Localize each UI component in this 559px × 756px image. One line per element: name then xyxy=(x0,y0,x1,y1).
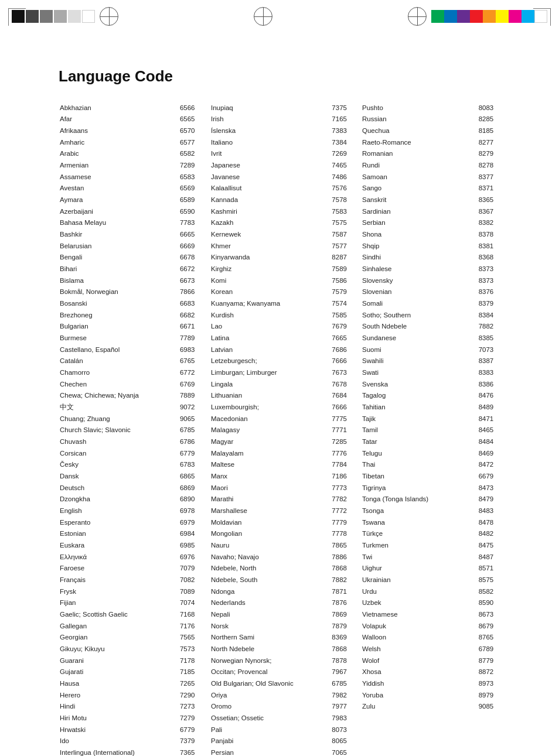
table-row: Kalaallisut7576 xyxy=(210,183,355,194)
lang-code: 7776 xyxy=(330,447,355,459)
lang-code: 7379 xyxy=(179,736,204,747)
table-row: Slovenian8376 xyxy=(361,286,506,298)
table-row: Marathi7782 xyxy=(210,494,355,505)
table-row: Thai8472 xyxy=(361,459,506,471)
table-row: 中文9072 xyxy=(59,401,204,413)
light-gray-bar xyxy=(54,10,67,23)
lang-name: Dansk xyxy=(59,471,179,483)
lang-code: 8073 xyxy=(330,724,355,736)
lang-code: 7365 xyxy=(179,747,204,756)
lang-code: 6673 xyxy=(179,275,204,286)
lang-code: 8367 xyxy=(478,206,506,217)
lang-code: 6978 xyxy=(179,505,204,517)
table-row: Welsh6789 xyxy=(361,644,506,655)
table-row: Slovensky8373 xyxy=(361,275,506,286)
lang-name: 中文 xyxy=(59,401,179,413)
table-row: Malagasy7771 xyxy=(210,425,355,436)
table-row: Malayalam7776 xyxy=(210,447,355,459)
lang-code: 9072 xyxy=(179,401,204,413)
lang-code: 6785 xyxy=(330,678,355,690)
table-row: Kazakh7575 xyxy=(210,217,355,229)
lang-code: 8382 xyxy=(478,217,506,229)
lang-code: 8387 xyxy=(478,355,506,367)
table-row: Limburgan; Limburger7673 xyxy=(210,367,355,378)
lang-code: 8471 xyxy=(478,413,506,425)
lang-name: Tajik xyxy=(361,413,478,425)
table-row: Tonga (Tonga Islands)8479 xyxy=(361,494,506,505)
lang-name: Pali xyxy=(210,724,330,736)
lang-name: Marshallese xyxy=(210,505,330,517)
table-row: Bokmål, Norwegian7866 xyxy=(59,286,204,298)
page-title: Language Code xyxy=(59,67,512,85)
lang-code: 7679 xyxy=(330,321,355,333)
lang-code: 8365 xyxy=(478,194,506,206)
lang-code: 7089 xyxy=(179,586,204,597)
table-row: Deutsch6869 xyxy=(59,482,204,494)
lang-code: 7967 xyxy=(330,666,355,678)
lang-name: Guarani xyxy=(59,655,179,666)
lang-code: 6976 xyxy=(179,551,204,563)
lang-code: 8369 xyxy=(330,632,355,644)
table-row: Brezhoneg6682 xyxy=(59,309,204,321)
lang-name: Romanian xyxy=(361,148,478,160)
table-row: Bulgarian6671 xyxy=(59,321,204,333)
table-row: Irish7165 xyxy=(210,114,355,125)
lang-code: 8473 xyxy=(478,482,506,494)
language-columns: Abkhazian6566Afar6565Afrikaans6570Amhari… xyxy=(59,102,512,756)
lang-name: Turkmen xyxy=(361,540,478,552)
lang-name: Church Slavic; Slavonic xyxy=(59,425,179,436)
lang-name: Xhosa xyxy=(361,666,478,678)
lang-code: 7575 xyxy=(330,217,355,229)
table-row: Sinhalese8373 xyxy=(361,263,506,275)
mid-gray-bar xyxy=(40,10,53,23)
table-row: Panjabi8065 xyxy=(210,736,355,747)
table-row: Gaelic; Scottish Gaelic7168 xyxy=(59,609,204,621)
lang-code: 8378 xyxy=(478,228,506,240)
lang-name: Sundanese xyxy=(361,332,478,344)
lang-code: 6590 xyxy=(179,206,204,217)
lang-name: Ndonga xyxy=(210,586,330,597)
lang-name: Latina xyxy=(210,332,330,344)
lang-code: 7879 xyxy=(330,620,355,632)
lang-name: Sotho; Southern xyxy=(361,309,478,321)
lang-code: 7384 xyxy=(330,136,355,148)
table-row: Česky6783 xyxy=(59,459,204,471)
lang-code: 7782 xyxy=(330,494,355,505)
table-row: Pushto8083 xyxy=(361,102,506,114)
lang-code: 8278 xyxy=(478,159,506,171)
lang-code: 7686 xyxy=(330,344,355,355)
lang-name: Arabic xyxy=(59,148,179,160)
lang-code: 7486 xyxy=(330,171,355,183)
lang-code: 7886 xyxy=(330,551,355,563)
lang-name: Manx xyxy=(210,471,330,483)
table-row: Abkhazian6566 xyxy=(59,102,204,114)
lang-code: 7673 xyxy=(330,367,355,378)
lang-name: Shqip xyxy=(361,240,478,252)
yellow-color-bar xyxy=(496,10,509,23)
lang-code: 8185 xyxy=(478,125,506,136)
lang-name: Burmese xyxy=(59,332,179,344)
lang-name: Ukrainian xyxy=(361,574,478,586)
table-row: Ελληνικά6976 xyxy=(59,551,204,563)
lang-name: Kurdish xyxy=(210,309,330,321)
table-row: Tibetan6679 xyxy=(361,471,506,483)
table-row: Walloon8765 xyxy=(361,632,506,644)
table-row: Northern Sami8369 xyxy=(210,632,355,644)
table-row: Armenian7289 xyxy=(59,159,204,171)
table-row: Lao7679 xyxy=(210,321,355,333)
table-row: Kashmiri7583 xyxy=(210,206,355,217)
table-row: Bashkir6665 xyxy=(59,228,204,240)
table-row: Latina7665 xyxy=(210,332,355,344)
lang-name: Esperanto xyxy=(59,516,179,528)
lang-code: 6678 xyxy=(179,252,204,264)
lang-code: 8575 xyxy=(478,574,506,586)
table-row: Euskara6985 xyxy=(59,540,204,552)
lang-code: 7586 xyxy=(330,275,355,286)
lang-name: Tamil xyxy=(361,425,478,436)
lang-name: Fijian xyxy=(59,597,179,609)
lang-code: 7465 xyxy=(330,159,355,171)
lang-name: Bihari xyxy=(59,263,179,275)
table-row: Esperanto6979 xyxy=(59,516,204,528)
lang-name: Telugu xyxy=(361,447,478,459)
lang-name: Kashmiri xyxy=(210,206,330,217)
